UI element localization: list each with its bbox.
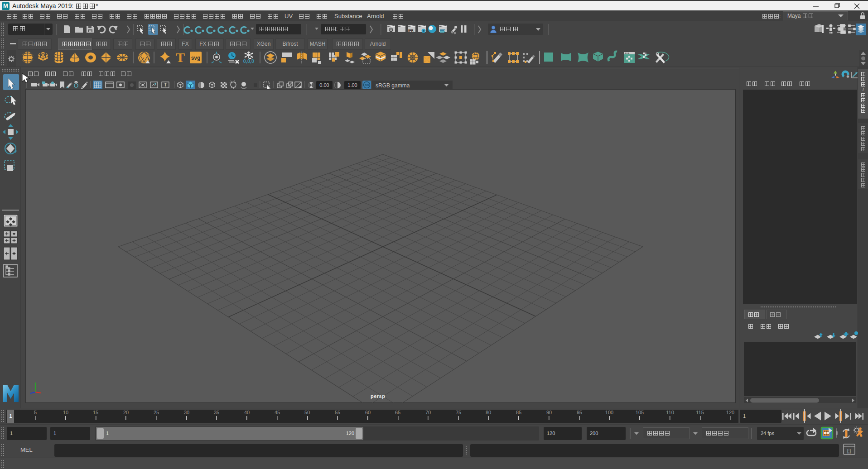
- svg-text:0,0,0: 0,0,0: [243, 58, 254, 64]
- svg-text:{;}: {;}: [847, 449, 851, 454]
- svg-text:115: 115: [696, 410, 704, 415]
- svg-text:10: 10: [63, 410, 68, 415]
- svg-text:100: 100: [605, 410, 613, 415]
- svg-text:65: 65: [395, 410, 400, 415]
- svg-text:45: 45: [275, 410, 280, 415]
- svg-text:30: 30: [184, 410, 189, 415]
- svg-text:0.00: 0.00: [319, 82, 329, 88]
- svg-text:110: 110: [666, 410, 674, 415]
- svg-text:25: 25: [154, 410, 159, 415]
- svg-text:60: 60: [365, 410, 371, 415]
- svg-text:120: 120: [726, 410, 734, 415]
- svg-text:35: 35: [214, 410, 219, 415]
- svg-text:55: 55: [335, 410, 340, 415]
- svg-text:20: 20: [123, 410, 129, 415]
- svg-text:95: 95: [577, 410, 582, 415]
- svg-text:T: T: [164, 82, 167, 87]
- svg-text:50: 50: [304, 410, 310, 415]
- svg-text:40: 40: [244, 410, 250, 415]
- svg-text:105: 105: [636, 410, 644, 415]
- svg-text:15: 15: [93, 410, 98, 415]
- svg-text:75: 75: [456, 410, 461, 415]
- svg-text:90: 90: [546, 410, 552, 415]
- svg-text:70: 70: [425, 410, 431, 415]
- svg-text:85: 85: [516, 410, 521, 415]
- svg-text:80: 80: [486, 410, 491, 415]
- svg-text:ON: ON: [365, 84, 369, 86]
- svg-text:1.00: 1.00: [347, 82, 357, 88]
- svg-text:sRGB gamma: sRGB gamma: [376, 82, 410, 89]
- svg-text:5: 5: [34, 410, 37, 415]
- svg-text:T: T: [176, 50, 185, 65]
- svg-text:svg: svg: [191, 55, 201, 61]
- svg-text:IPR: IPR: [408, 29, 414, 32]
